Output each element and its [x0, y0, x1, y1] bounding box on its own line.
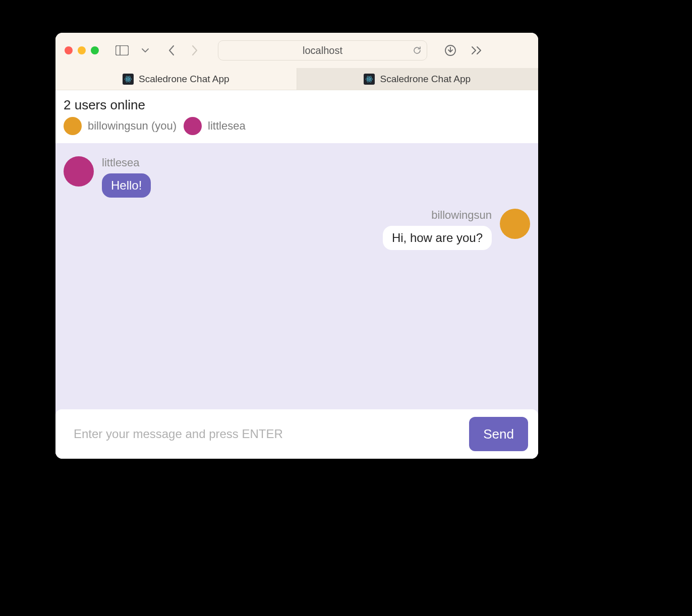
react-icon	[364, 74, 375, 85]
presence-count: 2 users online	[64, 97, 530, 113]
browser-window: localhost Scaledrone Chat App Scale	[55, 33, 538, 459]
window-minimize-button[interactable]	[78, 46, 86, 54]
message-sender: billowingsun	[431, 209, 492, 222]
svg-point-7	[369, 78, 370, 80]
chevron-left-icon	[168, 45, 175, 56]
message-row: littlesea Hello!	[64, 156, 530, 198]
react-icon	[123, 74, 134, 85]
downloads-button[interactable]	[442, 43, 458, 57]
presence-user: littlesea	[184, 117, 246, 135]
traffic-lights	[65, 46, 99, 54]
tab-title: Scaledrone Chat App	[380, 74, 471, 85]
message-content: littlesea Hello!	[102, 156, 151, 198]
presence-user: billowingsun (you)	[64, 117, 177, 135]
messages-pane[interactable]: littlesea Hello! billowingsun Hi, how ar…	[55, 143, 538, 409]
sidebar-toggle-button[interactable]	[114, 43, 130, 57]
message-row: billowingsun Hi, how are you?	[64, 209, 530, 250]
presence-user-name: littlesea	[208, 119, 246, 133]
nav-back-button[interactable]	[163, 43, 180, 57]
nav-forward-button[interactable]	[187, 43, 203, 57]
tab-title: Scaledrone Chat App	[139, 74, 229, 85]
presence-user-list: billowingsun (you) littlesea	[64, 117, 530, 135]
download-icon	[444, 44, 456, 56]
tab-0[interactable]: Scaledrone Chat App	[55, 68, 297, 90]
send-button[interactable]: Send	[469, 417, 528, 451]
svg-point-3	[128, 78, 129, 80]
chevron-down-icon	[142, 48, 149, 53]
chevrons-right-icon	[471, 46, 483, 55]
nav-arrows	[163, 43, 203, 57]
presence-bar: 2 users online billowingsun (you) little…	[55, 90, 538, 143]
browser-toolbar: localhost	[55, 33, 538, 68]
message-content: billowingsun Hi, how are you?	[383, 209, 492, 250]
message-bubble: Hi, how are you?	[383, 226, 492, 250]
avatar	[500, 209, 530, 239]
window-close-button[interactable]	[65, 46, 73, 54]
message-composer: Send	[55, 409, 538, 459]
dropdown-button[interactable]	[137, 43, 153, 57]
overflow-button[interactable]	[469, 43, 485, 57]
message-sender: littlesea	[102, 156, 151, 169]
avatar	[64, 117, 82, 135]
svg-rect-0	[116, 46, 129, 55]
chevron-right-icon	[191, 45, 198, 56]
avatar	[64, 156, 94, 187]
sidebar-icon	[116, 45, 129, 55]
reload-button[interactable]	[413, 46, 422, 55]
avatar	[184, 117, 202, 135]
window-maximize-button[interactable]	[91, 46, 99, 54]
address-text: localhost	[303, 45, 342, 56]
reload-icon	[413, 46, 422, 55]
address-bar[interactable]: localhost	[218, 40, 427, 60]
presence-user-name: billowingsun (you)	[88, 119, 177, 133]
toolbar-right	[442, 43, 485, 57]
message-bubble: Hello!	[102, 173, 151, 198]
message-input[interactable]	[74, 427, 461, 441]
tabs-row: Scaledrone Chat App Scaledrone Chat App	[55, 68, 538, 90]
tab-1[interactable]: Scaledrone Chat App	[297, 68, 539, 90]
chat-app: 2 users online billowingsun (you) little…	[55, 90, 538, 459]
